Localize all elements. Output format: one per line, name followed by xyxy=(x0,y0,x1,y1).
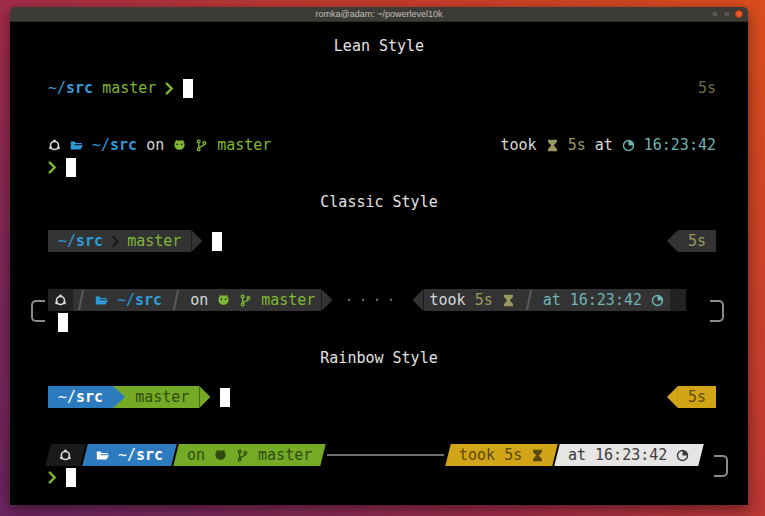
time-content: at 16:23:42 xyxy=(568,446,689,464)
git-branch-name: master xyxy=(135,388,189,406)
dir-prefix: ~/ xyxy=(117,291,135,309)
took-label: took xyxy=(459,446,495,464)
terminal-screen[interactable]: Lean Style ~/ src master 5s ~/ xyxy=(10,22,748,505)
clock-icon xyxy=(651,294,664,307)
dir-git-segment: ~/ src master xyxy=(48,230,191,252)
dir-prefix: ~/ xyxy=(58,232,76,250)
rainbow-twoline-top: ~/ src on xyxy=(10,444,748,466)
prompt-chevron-icon xyxy=(48,471,57,484)
rainbow-prompt-oneline: ~/ src master 5s xyxy=(10,386,748,408)
right-segment-group: took 5s at 16:23:42 xyxy=(445,444,703,466)
os-segment xyxy=(48,289,73,311)
hourglass-icon xyxy=(531,449,544,462)
desktop-wallpaper: romka@adam: ~/powerlevel10k Lean Style ~… xyxy=(0,0,765,516)
segment-separator-icon xyxy=(111,234,119,249)
dir-name: src xyxy=(110,136,137,154)
prompt-chevron-icon xyxy=(48,161,57,174)
slanted-separator xyxy=(526,290,532,310)
duration-segment: 5s xyxy=(678,386,716,408)
folder-icon xyxy=(96,449,109,462)
maximize-button[interactable] xyxy=(723,10,731,18)
terminal-window: romka@adam: ~/powerlevel10k Lean Style ~… xyxy=(10,7,748,505)
dir-prefix: ~/ xyxy=(58,388,76,406)
window-titlebar[interactable]: romka@adam: ~/powerlevel10k xyxy=(10,7,748,22)
slanted-separator xyxy=(173,290,179,310)
dir-name: src xyxy=(76,232,103,250)
took-label: took xyxy=(430,291,466,309)
dir-segment: ~/ src xyxy=(89,289,168,311)
folder-icon xyxy=(70,139,83,152)
current-time: 16:23:42 xyxy=(595,446,667,464)
duration-content: took 5s xyxy=(459,446,544,464)
lean-prompt-oneline: ~/ src master 5s xyxy=(10,77,748,99)
command-duration: 5s xyxy=(504,446,522,464)
ubuntu-os-icon xyxy=(54,294,67,307)
command-duration: 5s xyxy=(688,232,706,250)
git-branch-icon xyxy=(239,294,252,307)
git-branch-name: master xyxy=(261,291,315,309)
github-octocat-icon xyxy=(214,449,227,462)
at-label: at xyxy=(568,446,586,464)
terminal-cursor xyxy=(66,158,76,177)
section-heading-rainbow: Rainbow Style xyxy=(10,348,748,368)
git-segment: on master xyxy=(184,289,321,311)
github-octocat-icon xyxy=(217,294,230,307)
slanted-separator xyxy=(78,290,84,310)
git-branch-name: master xyxy=(102,79,156,97)
at-label: at xyxy=(543,291,561,309)
on-label: on xyxy=(146,136,164,154)
git-branch-name: master xyxy=(217,136,271,154)
duration-segment: took 5s xyxy=(424,289,521,311)
git-segment: master xyxy=(125,386,199,408)
ubuntu-os-icon xyxy=(59,449,72,462)
rainbow-twoline-bottom xyxy=(10,466,748,488)
window-title: romka@adam: ~/powerlevel10k xyxy=(316,7,443,21)
section-heading-classic: Classic Style xyxy=(10,192,748,212)
powerline-arrow-right xyxy=(191,230,202,252)
time-segment: at 16:23:42 xyxy=(537,289,670,311)
command-duration: 5s xyxy=(698,79,716,97)
close-button[interactable] xyxy=(735,10,743,18)
folder-icon xyxy=(95,294,108,307)
classic-prompt-twoline: ~/ src on master xyxy=(10,289,748,333)
time-segment: at 16:23:42 xyxy=(554,444,703,466)
dir-prefix: ~/ xyxy=(92,136,110,154)
os-segment xyxy=(45,444,85,466)
window-buttons xyxy=(711,7,743,21)
right-segment-bar: took 5s at 16:23:42 xyxy=(424,289,687,311)
powerline-arrow-left xyxy=(667,386,678,408)
clock-icon xyxy=(622,139,635,152)
dir-name: src xyxy=(136,446,163,464)
powerline-arrow-right xyxy=(113,386,125,408)
lean-prompt-twoline-top: ~/ src on master took 5s at xyxy=(10,134,748,156)
minimize-button[interactable] xyxy=(711,10,719,18)
segment-end-stub xyxy=(670,289,686,311)
git-branch-name: master xyxy=(258,446,312,464)
classic-prompt-oneline: ~/ src master 5s xyxy=(10,230,748,252)
lean-prompt-twoline-bottom xyxy=(10,156,748,178)
powerline-arrow-left xyxy=(413,289,424,311)
dir-name: src xyxy=(76,388,103,406)
current-time: 16:23:42 xyxy=(570,291,642,309)
ubuntu-os-icon xyxy=(48,139,61,152)
terminal-cursor xyxy=(66,468,76,487)
git-branch-icon xyxy=(236,449,249,462)
git-content: on master xyxy=(187,446,312,464)
on-label: on xyxy=(187,446,205,464)
terminal-cursor xyxy=(212,232,222,251)
command-duration: 5s xyxy=(688,388,706,406)
dir-prefix: ~/ xyxy=(118,446,136,464)
clock-icon xyxy=(676,449,689,462)
dir-name: src xyxy=(135,291,162,309)
dir-content: ~/ src xyxy=(96,446,163,464)
rainbow-prompt-twoline: ~/ src on xyxy=(10,444,748,488)
prompt-chevron-icon xyxy=(165,82,174,95)
powerline-arrow-right xyxy=(321,289,332,311)
duration-segment: 5s xyxy=(678,230,716,252)
section-heading-lean: Lean Style xyxy=(10,22,748,56)
dir-segment: ~/ src xyxy=(82,444,177,466)
git-segment: on master xyxy=(173,444,326,466)
hourglass-icon xyxy=(546,139,559,152)
duration-segment: took 5s xyxy=(445,444,558,466)
git-branch-name: master xyxy=(127,232,181,250)
